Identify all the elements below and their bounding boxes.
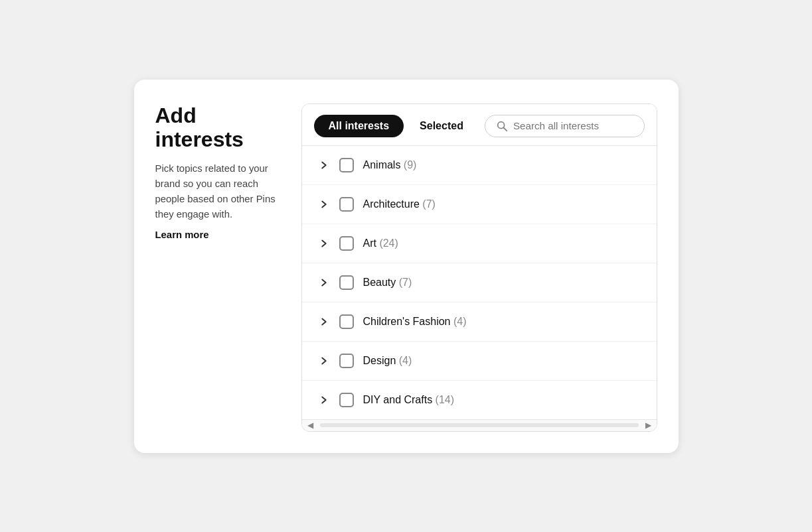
list-item[interactable]: Art (24) (302, 224, 657, 263)
interest-checkbox[interactable] (339, 236, 354, 251)
scroll-track (320, 423, 639, 427)
list-item[interactable]: Children's Fashion (4) (302, 302, 657, 342)
chevron-right-icon (318, 316, 330, 328)
scroll-left-arrow[interactable]: ◀ (303, 421, 317, 430)
interest-count: (4) (453, 316, 467, 327)
interest-label: Children's Fashion (4) (363, 316, 467, 328)
page-title: Add interests (155, 103, 280, 153)
interest-label: Art (24) (363, 237, 398, 249)
page-description: Pick topics related to your brand so you… (155, 161, 280, 222)
interest-list: Animals (9) Architecture (7) Art (24) (302, 146, 657, 419)
chevron-right-icon (318, 355, 330, 367)
interest-label: Architecture (7) (363, 198, 436, 210)
interest-checkbox[interactable] (339, 275, 354, 290)
interest-label: Animals (9) (363, 159, 417, 171)
chevron-right-icon (318, 198, 330, 210)
chevron-right-icon (318, 159, 330, 171)
interest-label: DIY and Crafts (14) (363, 394, 455, 406)
tab-all-interests[interactable]: All interests (314, 115, 404, 137)
bottom-scrollbar: ◀ ▶ (302, 419, 657, 431)
interest-label: Design (4) (363, 355, 412, 367)
chevron-right-icon (318, 277, 330, 289)
interest-count: (7) (422, 198, 436, 210)
learn-more-link[interactable]: Learn more (155, 230, 209, 240)
interest-count: (4) (399, 355, 412, 366)
interest-checkbox[interactable] (339, 158, 354, 172)
interest-checkbox[interactable] (339, 354, 354, 368)
interest-checkbox[interactable] (339, 197, 354, 212)
add-interests-card: Add interests Pick topics related to you… (134, 80, 679, 453)
list-item[interactable]: Animals (9) (302, 146, 657, 185)
interest-count: (9) (404, 159, 417, 170)
interest-label: Beauty (7) (363, 277, 412, 289)
interest-checkbox[interactable] (339, 314, 354, 329)
svg-line-1 (503, 127, 507, 131)
list-item[interactable]: DIY and Crafts (14) (302, 381, 657, 419)
interest-count: (24) (379, 237, 398, 249)
scroll-right-arrow[interactable]: ▶ (641, 421, 655, 430)
list-item[interactable]: Beauty (7) (302, 263, 657, 302)
tabs-bar: All interests Selected (302, 104, 657, 146)
interest-checkbox[interactable] (339, 393, 354, 407)
interest-count: (14) (436, 394, 454, 405)
chevron-right-icon (318, 237, 330, 249)
tab-selected[interactable]: Selected (409, 115, 474, 137)
list-item[interactable]: Design (4) (302, 342, 657, 381)
interest-count: (7) (399, 277, 412, 288)
search-icon (496, 120, 508, 132)
list-item[interactable]: Architecture (7) (302, 185, 657, 224)
right-panel: All interests Selected Animals (9) (301, 103, 657, 432)
search-bar (485, 115, 645, 137)
chevron-right-icon (318, 394, 330, 406)
search-input[interactable] (513, 120, 633, 131)
left-panel: Add interests Pick topics related to you… (155, 103, 280, 432)
